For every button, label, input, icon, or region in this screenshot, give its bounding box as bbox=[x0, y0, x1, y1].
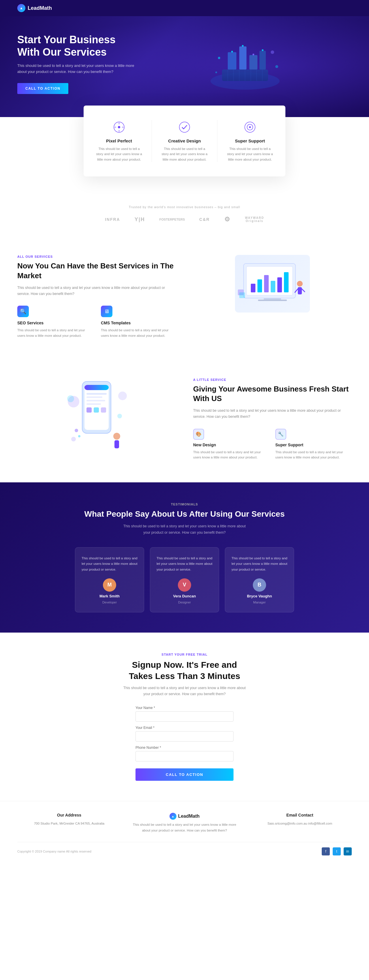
form-input-email[interactable] bbox=[135, 731, 234, 741]
brand-logo-2: FosterPeters bbox=[159, 218, 185, 221]
testimonials-label: Testimonials bbox=[17, 503, 352, 506]
svg-rect-62 bbox=[115, 440, 119, 448]
signup-label: Start Your Free Trial bbox=[17, 653, 352, 656]
form-input-name[interactable] bbox=[135, 711, 234, 722]
form-input-phone[interactable] bbox=[135, 751, 234, 762]
svg-point-10 bbox=[218, 57, 220, 59]
svg-point-65 bbox=[71, 437, 76, 441]
testimonial-card-0: This should be used to tell a story and … bbox=[75, 547, 144, 612]
linkedin-icon[interactable]: in bbox=[344, 847, 352, 856]
service-item-desc-1: This should be used to tell a story and … bbox=[101, 328, 176, 338]
svg-rect-53 bbox=[86, 403, 101, 405]
signup-cta-button[interactable]: CALL TO ACTION bbox=[135, 768, 234, 781]
brand-logo-0: INFRA bbox=[105, 217, 120, 222]
hero-section: Start Your Business With Our Services Th… bbox=[0, 16, 369, 117]
logo-icon: ▲ bbox=[17, 4, 25, 12]
svg-line-42 bbox=[302, 289, 305, 292]
svg-rect-51 bbox=[86, 396, 102, 398]
fresh-content: A Little Service Giving Your Awesome Bus… bbox=[193, 378, 352, 460]
testimonials-section: Testimonials What People Say About Us Af… bbox=[0, 482, 369, 633]
footer-bottom: Copyright © 2019 Company name All rights… bbox=[17, 842, 352, 856]
testimonial-author-1: V Vera Duncan Designer bbox=[156, 578, 213, 604]
fresh-feature-desc-0: This should be used to tell a story and … bbox=[193, 450, 270, 460]
fresh-icon-0: 🎨 bbox=[193, 429, 204, 440]
brand-logo-1: Y|H bbox=[135, 216, 145, 223]
form-group-email: Your Email * bbox=[135, 726, 234, 741]
avatar-2: B bbox=[253, 578, 266, 592]
svg-rect-56 bbox=[101, 407, 106, 413]
services-svg bbox=[235, 255, 310, 313]
form-group-phone: Phone Number * bbox=[135, 746, 234, 762]
avatar-1: V bbox=[178, 578, 191, 592]
form-group-name: Your Name * bbox=[135, 706, 234, 722]
nav-logo[interactable]: ▲ LeadMath bbox=[17, 4, 52, 12]
svg-rect-54 bbox=[86, 407, 92, 413]
hero-illustration bbox=[138, 35, 352, 92]
feature-icon-2 bbox=[243, 120, 257, 134]
trusted-section: Trusted by the world's most innovative b… bbox=[0, 199, 369, 237]
svg-point-13 bbox=[275, 65, 278, 68]
footer-top: Our Address 700 Studio Park, MrGreider C… bbox=[17, 813, 352, 842]
svg-point-60 bbox=[117, 414, 122, 418]
features-cards: Pixel Perfect This should be used to tel… bbox=[84, 105, 285, 177]
author-role-1: Designer bbox=[178, 601, 191, 604]
brand-logos-row: INFRA Y|H FosterPeters C&R ⚙ WAYWARDOrig… bbox=[17, 216, 352, 223]
hero-title: Start Your Business With Our Services bbox=[17, 33, 138, 58]
services-section: All Our Services Now You Can Have the Be… bbox=[0, 237, 369, 355]
footer-email-title: Email Contact bbox=[248, 813, 352, 818]
svg-point-11 bbox=[271, 51, 274, 54]
svg-rect-5 bbox=[259, 51, 266, 70]
author-name-2: Bryce Vaughn bbox=[247, 594, 272, 598]
signup-desc: This should be used to tell a story and … bbox=[121, 685, 248, 697]
footer-logo: ▲ LeadMath bbox=[170, 813, 200, 820]
fresh-feature-1: 🔧 Super Support This should be used to t… bbox=[275, 429, 352, 460]
twitter-icon[interactable]: t bbox=[333, 847, 341, 856]
testimonial-text-2: This should be used to tell a story and … bbox=[232, 555, 288, 573]
svg-rect-46 bbox=[239, 292, 245, 298]
svg-point-7 bbox=[242, 45, 243, 47]
svg-rect-35 bbox=[264, 275, 269, 292]
svg-point-64 bbox=[78, 435, 80, 438]
city-svg bbox=[205, 35, 285, 92]
signup-form: Your Name * Your Email * Phone Number * … bbox=[135, 706, 234, 781]
service-icon-0: 🔍 bbox=[17, 305, 29, 317]
service-items-list: 🔍 SEO Services This should be used to te… bbox=[17, 305, 176, 338]
testimonial-author-0: M Mark Smith Developer bbox=[81, 578, 137, 604]
footer: Our Address 700 Studio Park, MrGreider C… bbox=[0, 801, 369, 867]
brand-logo-4: ⚙ bbox=[224, 216, 231, 223]
fresh-feature-0: 🎨 New Design This should be used to tell… bbox=[193, 429, 270, 460]
svg-point-63 bbox=[75, 429, 78, 432]
footer-copyright: Copyright © 2019 Company name All rights… bbox=[17, 850, 91, 853]
feature-card-0: Pixel Perfect This should be used to tel… bbox=[92, 117, 146, 165]
laptop-visual bbox=[235, 255, 310, 313]
service-icon-1: 🖥 bbox=[101, 305, 113, 317]
svg-rect-4 bbox=[250, 55, 258, 70]
svg-rect-34 bbox=[258, 279, 262, 292]
svg-rect-33 bbox=[251, 284, 255, 292]
service-item-0: 🔍 SEO Services This should be used to te… bbox=[17, 305, 92, 338]
author-role-0: Developer bbox=[102, 601, 117, 604]
fresh-icon-1: 🔧 bbox=[275, 429, 286, 440]
feature-icon-0 bbox=[112, 120, 126, 134]
author-name-0: Mark Smith bbox=[99, 594, 119, 598]
svg-rect-44 bbox=[258, 299, 287, 301]
service-item-title-0: SEO Services bbox=[17, 321, 92, 325]
form-label-email: Your Email * bbox=[135, 726, 234, 730]
footer-logo-icon: ▲ bbox=[170, 813, 177, 820]
svg-point-9 bbox=[262, 49, 264, 51]
brand-logo-3: C&R bbox=[199, 217, 210, 222]
footer-email-col: Email Contact Saio.srtcomg@info.com.au i… bbox=[248, 813, 352, 833]
features-section: Pixel Perfect This should be used to tel… bbox=[0, 117, 369, 199]
feature-card-1: Creative Design This should be used to t… bbox=[158, 117, 211, 165]
services-illustration bbox=[193, 255, 352, 313]
feature-title-1: Creative Design bbox=[161, 138, 208, 143]
svg-point-58 bbox=[67, 395, 74, 402]
footer-address-text: 700 Studio Park, MrGreider CA 94765, Aus… bbox=[17, 821, 121, 827]
svg-rect-49 bbox=[84, 385, 109, 390]
facebook-icon[interactable]: f bbox=[322, 847, 330, 856]
fresh-section: A Little Service Giving Your Awesome Bus… bbox=[0, 355, 369, 482]
navbar: ▲ LeadMath bbox=[0, 0, 369, 16]
author-name-1: Vera Duncan bbox=[173, 594, 196, 598]
svg-rect-2 bbox=[228, 52, 236, 70]
hero-cta-button[interactable]: CALL TO ACTION bbox=[17, 83, 68, 94]
